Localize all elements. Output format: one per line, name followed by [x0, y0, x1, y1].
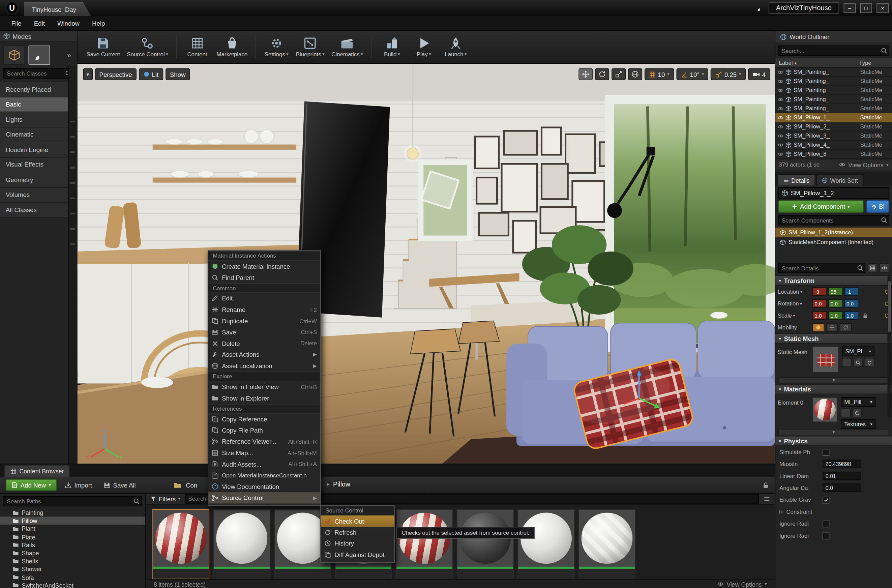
- outliner-row[interactable]: SM_Painting_StaticMe: [775, 95, 892, 104]
- show-flags-button[interactable]: Show: [165, 69, 190, 80]
- menu-file[interactable]: File: [6, 18, 27, 28]
- folder-plant[interactable]: Plant: [0, 525, 145, 533]
- grid-snap-button[interactable]: 10▾: [644, 69, 674, 80]
- scale-y-field[interactable]: 1.0: [828, 311, 843, 320]
- lock-icon[interactable]: [862, 312, 868, 318]
- marketplace-button[interactable]: Marketplace: [213, 32, 251, 62]
- outliner-row[interactable]: SM_Painting_StaticMe: [775, 86, 892, 95]
- outliner-row[interactable]: SM_Pillow_3_StaticMe: [775, 132, 892, 141]
- details-filter-button[interactable]: [867, 263, 877, 272]
- paint-mode-button[interactable]: [28, 45, 50, 65]
- visibility-eye-icon[interactable]: [778, 151, 783, 157]
- rotate-tool-button[interactable]: [595, 69, 609, 80]
- folder-sofa[interactable]: Sofa: [0, 573, 145, 581]
- outliner-row[interactable]: SM_Pillow_4_StaticMe: [775, 141, 892, 150]
- details-visibility-button[interactable]: [880, 263, 889, 272]
- menu-create-material-instance[interactable]: Create Material Instance: [208, 261, 320, 272]
- visibility-eye-icon[interactable]: [778, 133, 783, 139]
- search-details-input[interactable]: [778, 263, 865, 273]
- place-mode-button[interactable]: [3, 45, 25, 65]
- mass-field[interactable]: 20.439898: [823, 460, 861, 468]
- minimize-button[interactable]: –: [844, 3, 856, 13]
- outliner-row-selected[interactable]: SM_Pillow_1_StaticMe: [775, 113, 892, 122]
- enable-gravity-checkbox[interactable]: [823, 496, 829, 503]
- menu-show-in-folder-view[interactable]: Show in Folder ViewCtrl+B: [208, 381, 320, 393]
- menu-source-control[interactable]: Source Control▶: [208, 492, 320, 503]
- simulate-physics-checkbox[interactable]: [823, 449, 829, 456]
- submenu-diff-against-depot[interactable]: Diff Against Depot: [321, 549, 394, 560]
- asset-tile[interactable]: [518, 509, 575, 579]
- outliner-row[interactable]: SM_Pillow_2_StaticMe: [775, 122, 892, 132]
- section-static-mesh[interactable]: ▾Static Mesh: [775, 333, 892, 344]
- search-paths-input[interactable]: [3, 496, 142, 506]
- asset-tile-selected[interactable]: [152, 509, 209, 579]
- cinematics-button[interactable]: Cinematics▾: [328, 32, 366, 62]
- launch-button[interactable]: Launch▾: [440, 32, 472, 62]
- use-selected-button[interactable]: [841, 409, 850, 418]
- ignore-radial-impulse-checkbox[interactable]: [823, 520, 829, 527]
- mode-category-basic[interactable]: Basic: [0, 97, 77, 112]
- component-row-inherited[interactable]: StaticMeshComponent (Inherited): [775, 237, 892, 247]
- viewport-options-button[interactable]: ▾: [83, 69, 92, 80]
- menu-edit[interactable]: Edit: [28, 18, 51, 28]
- visibility-eye-icon[interactable]: [778, 115, 783, 120]
- filters-button[interactable]: Filters▾: [150, 495, 180, 502]
- asset-tile[interactable]: [213, 509, 270, 579]
- mode-category-volumes[interactable]: Volumes: [0, 188, 77, 202]
- tab-world-settings[interactable]: World Sett: [817, 174, 864, 185]
- menu-reference-viewer[interactable]: Reference Viewer...Alt+Shift+R: [208, 436, 320, 447]
- outliner-row[interactable]: SM_Pillow_8StaticMe: [775, 150, 892, 159]
- world-space-button[interactable]: [628, 69, 642, 80]
- menu-view-documentation[interactable]: View Documentation: [208, 481, 320, 492]
- use-selected-button[interactable]: [842, 358, 852, 367]
- rotation-z-field[interactable]: 0.0: [844, 299, 858, 308]
- outliner-search-input[interactable]: [778, 45, 889, 56]
- menu-save[interactable]: SaveCtrl+S: [208, 327, 320, 338]
- blueprints-button[interactable]: Blueprints▾: [292, 32, 328, 62]
- static-mesh-thumbnail[interactable]: [813, 346, 839, 373]
- browse-to-asset-button[interactable]: [853, 358, 863, 367]
- menu-help[interactable]: Help: [86, 18, 111, 28]
- linear-damping-field[interactable]: 0.01: [823, 472, 861, 480]
- visibility-eye-icon[interactable]: [778, 69, 783, 75]
- section-materials[interactable]: ▾Materials: [775, 384, 892, 394]
- camera-speed-button[interactable]: 4: [748, 69, 770, 80]
- breadcrumb[interactable]: ▸ Pillow: [327, 481, 350, 488]
- component-row-instance[interactable]: SM_Pillow_1_2(Instance): [775, 228, 892, 237]
- add-component-button[interactable]: Add Component▾: [778, 200, 864, 213]
- content-button[interactable]: Content: [181, 32, 213, 62]
- outliner-view-options-button[interactable]: View Options▾: [840, 161, 889, 168]
- back-button[interactable]: [144, 482, 154, 488]
- viewport-3d[interactable]: ▾ Perspective Lit Show 10▾ 10°▾ 0.25▾ 4: [78, 64, 775, 464]
- submenu-refresh[interactable]: Refresh: [321, 526, 394, 538]
- settings-button[interactable]: Settings▾: [261, 32, 292, 62]
- static-mesh-dropdown[interactable]: SM_Pi▾: [842, 346, 874, 356]
- level-tab[interactable]: TinyHouse_Day: [24, 2, 91, 16]
- location-z-field[interactable]: -1: [844, 287, 858, 296]
- content-view-options-button[interactable]: View Options▾: [717, 580, 767, 587]
- submenu-check-out[interactable]: Check Out: [321, 516, 394, 526]
- import-button[interactable]: Import: [61, 479, 96, 491]
- save-all-button[interactable]: Save All: [100, 479, 139, 491]
- outliner-row[interactable]: SM_Painting_StaticMe: [775, 77, 892, 86]
- folder-painting[interactable]: Painting: [0, 509, 145, 517]
- menu-asset-actions[interactable]: Asset Actions▶: [208, 349, 320, 360]
- menu-rename[interactable]: RenameF2: [208, 304, 320, 315]
- mode-category-visual-effects[interactable]: Visual Effects: [0, 158, 77, 172]
- visibility-eye-icon[interactable]: [778, 96, 783, 102]
- asset-tile[interactable]: [396, 509, 453, 579]
- source-control-button[interactable]: Source Control▾: [123, 32, 172, 62]
- breadcrumb-root[interactable]: Con: [186, 482, 197, 488]
- saved-filters-icon[interactable]: [763, 495, 770, 502]
- menu-edit[interactable]: Edit...: [208, 292, 320, 304]
- menu-delete[interactable]: DeleteDelete: [208, 338, 320, 349]
- feedback-icon[interactable]: [756, 4, 764, 12]
- menu-find-parent[interactable]: Find Parent: [208, 272, 320, 283]
- material-thumbnail[interactable]: [813, 397, 837, 422]
- content-browser-tab[interactable]: Content Browser: [5, 465, 70, 477]
- mode-category-cinematic[interactable]: Cinematic: [0, 127, 77, 142]
- play-button[interactable]: Play▾: [408, 32, 440, 62]
- menu-open-header[interactable]: Open MaterialInstanceConstant.h: [208, 470, 320, 481]
- mode-category-houdini[interactable]: Houdini Engine: [0, 142, 77, 158]
- ignore-radial-force-checkbox[interactable]: [823, 532, 829, 539]
